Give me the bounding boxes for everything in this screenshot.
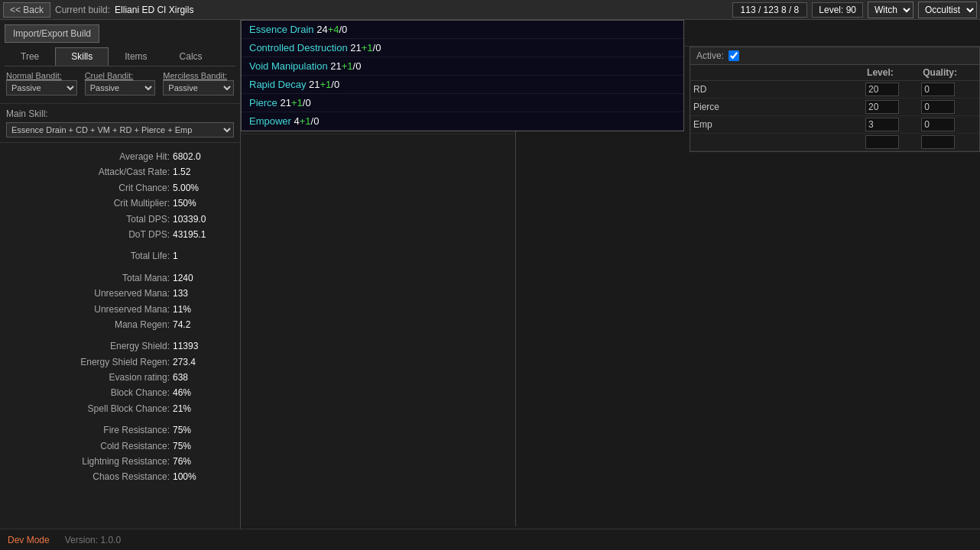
level-box: Level: 90 — [812, 2, 863, 18]
crit-chance-label: Crit Chance: — [118, 180, 170, 196]
dot-dps-label: DoT DPS: — [128, 227, 170, 242]
table-row: Emp — [690, 116, 979, 134]
normal-bandit-label: Normal Bandit: — [6, 71, 77, 80]
mana-regen-label: Mana Regen: — [115, 317, 170, 332]
gem-level-input-emp[interactable] — [865, 118, 899, 131]
unreserved-mana-pct-value: 11% — [173, 302, 219, 317]
unreserved-mana-value: 133 — [173, 286, 219, 301]
evasion-label: Evasion rating: — [109, 370, 170, 385]
block-value: 46% — [173, 385, 219, 400]
dropdown-item-empower[interactable]: Empower 4+1/0 — [242, 112, 516, 131]
total-dps-value: 10339.0 — [173, 212, 219, 227]
back-button[interactable]: << Back — [3, 2, 50, 18]
gem-quality-emp[interactable] — [918, 116, 979, 134]
cruel-bandit-label: Cruel Bandit: — [85, 71, 156, 80]
life-mana-bar: 113 / 123 8 / 8 — [732, 2, 808, 18]
gem-quality-input-rd[interactable] — [921, 82, 955, 96]
dropdown-item-rapid-decay[interactable]: Rapid Decay 21+1/0 — [242, 76, 516, 94]
merciless-bandit-label: Merciless Bandit: — [163, 71, 234, 80]
table-row: RD — [690, 81, 979, 99]
gem-level-emp[interactable] — [862, 116, 918, 134]
spell-block-label: Spell Block Chance: — [88, 401, 170, 416]
fire-res-label: Fire Resistance: — [103, 422, 170, 438]
gem-quality-pierce[interactable] — [918, 99, 979, 116]
gem-level-input-rd[interactable] — [865, 82, 899, 96]
crit-multi-label: Crit Multiplier: — [114, 196, 170, 211]
fire-res-value: 75% — [173, 422, 219, 438]
dropdown-item-pierce[interactable]: Pierce 21+1/0 — [242, 94, 516, 112]
gem-level-empty[interactable] — [862, 134, 918, 151]
gem-quality-input-pierce[interactable] — [921, 100, 955, 114]
nav-tabs: Tree Skills Items Calcs — [5, 47, 235, 66]
gem-level-input-pierce[interactable] — [865, 100, 899, 114]
lightning-res-value: 76% — [173, 454, 219, 469]
total-mana-label: Total Mana: — [122, 270, 170, 286]
cold-res-label: Cold Resistance: — [100, 438, 170, 454]
normal-bandit-select[interactable]: Passive Alira Oak Kraityn — [6, 80, 77, 95]
crit-multi-value: 150% — [173, 196, 219, 211]
evasion-value: 638 — [173, 370, 219, 385]
es-regen-label: Energy Shield Regen: — [80, 354, 170, 370]
gem-quality-empty[interactable] — [918, 134, 979, 151]
attack-cast-rate-value: 1.52 — [173, 164, 219, 180]
attack-cast-rate-label: Attack/Cast Rate: — [99, 164, 170, 180]
table-row — [690, 134, 979, 151]
merciless-bandit-select[interactable]: Passive Alira Oak Kraityn — [163, 80, 234, 95]
gem-name-empty — [690, 134, 862, 151]
energy-shield-label: Energy Shield: — [110, 338, 170, 354]
gem-level-input-empty[interactable] — [865, 135, 899, 149]
block-label: Block Chance: — [111, 385, 170, 400]
total-life-label: Total Life: — [131, 248, 170, 264]
skill-groups-list: Essence Drain + CD + VM + CD + VM + RD +… — [241, 47, 516, 526]
dev-mode-label: Dev Mode — [8, 535, 50, 545]
gem-quality-input-empty[interactable] — [921, 135, 955, 149]
es-regen-value: 273.4 — [173, 354, 219, 370]
total-mana-value: 1240 — [173, 270, 219, 286]
gem-quality-input-emp[interactable] — [921, 118, 955, 131]
mana-regen-value: 74.2 — [173, 317, 219, 332]
skills-area: Essence Drain + CD + VM + CD + VM + RD +… — [241, 47, 980, 526]
main-skill-label: Main Skill: — [6, 108, 234, 119]
energy-shield-value: 11393 — [173, 338, 219, 354]
spell-block-value: 21% — [173, 401, 219, 416]
status-bar: Dev Mode Version: 1.0.0 — [0, 529, 980, 550]
skill-dropdown: Essence Drain 24+4/0 Controlled Destruct… — [241, 47, 516, 131]
import-export-button[interactable]: Import/Export Build — [5, 24, 99, 43]
gem-panel: Active: Level: Quality: RD — [690, 47, 980, 152]
lightning-res-label: Lightning Resistance: — [82, 454, 170, 469]
main-skill-select[interactable]: Essence Drain + CD + VM + RD + Pierce + … — [6, 122, 234, 138]
chaos-res-value: 100% — [173, 469, 219, 484]
tab-skills[interactable]: Skills — [55, 47, 109, 66]
unreserved-mana-label: Unreserved Mana: — [94, 286, 170, 301]
tab-calcs[interactable]: Calcs — [164, 47, 219, 66]
crit-chance-value: 5.00% — [173, 180, 219, 196]
tab-items[interactable]: Items — [109, 47, 163, 66]
class-select[interactable]: Witch — [868, 2, 913, 18]
gem-name-header — [690, 65, 862, 81]
gem-panel-header: Active: — [690, 47, 979, 65]
gem-level-header: Level: — [862, 65, 918, 81]
total-dps-label: Total DPS: — [126, 212, 170, 227]
stats-section: Average Hit:6802.0 Attack/Cast Rate:1.52… — [0, 143, 240, 497]
current-build-label: Current build: — [55, 5, 110, 15]
build-name: Elliani ED CI Xirgils — [115, 5, 193, 15]
average-hit-value: 6802.0 — [173, 149, 219, 164]
ascendancy-select[interactable]: Occultist — [918, 2, 977, 18]
tab-tree[interactable]: Tree — [5, 47, 55, 66]
right-panel: Skills: New Delete Essence Drain + CD + … — [241, 20, 980, 529]
gem-level-rd[interactable] — [862, 81, 918, 99]
main-skill-section: Main Skill: Essence Drain + CD + VM + RD… — [0, 104, 240, 143]
cold-res-value: 75% — [173, 438, 219, 454]
gem-level-pierce[interactable] — [862, 99, 918, 116]
bandit-section: Normal Bandit: Passive Alira Oak Kraityn… — [0, 66, 240, 104]
gem-active-checkbox[interactable] — [729, 50, 739, 61]
cruel-bandit-select[interactable]: Passive Alira Oak Kraityn — [85, 80, 156, 95]
left-panel: Import/Export Build Tree Skills Items Ca… — [0, 20, 241, 529]
dropdown-item-void-manipulation[interactable]: Void Manipulation 21+1/0 — [242, 57, 516, 76]
version-label: Version: 1.0.0 — [65, 535, 121, 545]
dot-dps-value: 43195.1 — [173, 227, 219, 242]
unreserved-mana-pct-label: Unreserved Mana: — [94, 302, 170, 317]
gem-quality-rd[interactable] — [918, 81, 979, 99]
total-life-value: 1 — [173, 248, 219, 264]
dropdown-item-controlled-destruction[interactable]: Controlled Destruction 21+1/0 — [242, 47, 516, 57]
